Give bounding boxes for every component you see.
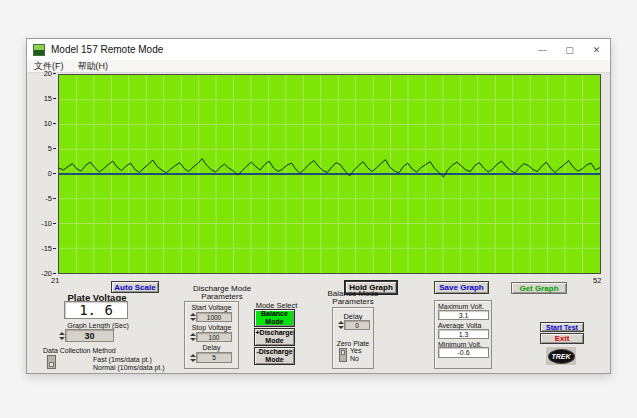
zero-plate-no-label: No — [350, 355, 359, 362]
neg-discharge-line2: Mode — [265, 356, 283, 364]
balance-delay-control[interactable]: 0 — [337, 320, 370, 330]
balance-mode-line2: Mode — [265, 318, 283, 326]
data-collection-fast-label: Fast (1ms/data pt.) — [93, 356, 152, 363]
graph-length-spinner[interactable] — [58, 329, 65, 342]
exit-button[interactable]: Exit — [540, 333, 584, 344]
negative-discharge-mode-button[interactable]: -Discharge Mode — [254, 347, 295, 365]
average-voltage-value: 1.3 — [438, 329, 489, 339]
y-tick-label: 15 — [44, 95, 56, 103]
discharge-params-group: Start Voltage 1000 Stop Voltage 100 Dela… — [184, 301, 239, 369]
minimum-volt-value: -0.6 — [438, 347, 489, 358]
maximize-icon[interactable]: ▢ — [556, 39, 583, 60]
y-tick-label: -5 — [45, 195, 56, 203]
close-icon[interactable]: ✕ — [583, 39, 610, 60]
stop-voltage-spinner[interactable] — [189, 332, 196, 342]
menu-help[interactable]: 帮助(H) — [71, 60, 116, 73]
plot-svg — [59, 75, 600, 273]
start-voltage-spinner[interactable] — [189, 312, 196, 322]
zero-plate-yes-label: Yes — [350, 347, 361, 354]
plate-voltage-value: 1. 6 — [64, 301, 128, 319]
save-graph-button[interactable]: Save Graph — [434, 281, 489, 294]
title-bar: Model 157 Remote Mode — ▢ ✕ — [27, 39, 610, 60]
stop-voltage-label: Stop Voltage — [185, 324, 238, 331]
menu-bar: 文件(F) 帮助(H) — [27, 60, 610, 73]
data-collection-label: Data Collection Method — [43, 347, 116, 354]
positive-discharge-mode-button[interactable]: +Discharge Mode — [254, 328, 295, 346]
balance-params-group: Delay 0 Zero Plate Yes No — [332, 307, 374, 369]
start-test-button[interactable]: Start Test — [540, 322, 584, 332]
discharge-delay-label: Delay — [185, 344, 238, 351]
balance-title-2: Parameters — [322, 297, 384, 306]
pos-discharge-line2: Mode — [265, 337, 283, 345]
y-tick-label: 5 — [48, 145, 56, 153]
start-voltage-value[interactable]: 1000 — [196, 312, 232, 322]
stop-voltage-control[interactable]: 100 — [189, 332, 232, 342]
graph-length-value[interactable]: 30 — [65, 329, 114, 342]
start-voltage-control[interactable]: 1000 — [189, 312, 232, 322]
y-tick-label: -15 — [41, 245, 56, 253]
y-tick-label: 0 — [48, 170, 56, 178]
app-icon — [33, 44, 45, 56]
trek-logo-text: TREK — [548, 349, 575, 364]
stop-voltage-value[interactable]: 100 — [196, 332, 232, 342]
trek-logo: TREK — [546, 347, 576, 365]
average-voltage-label: Average Volta — [438, 322, 481, 329]
start-voltage-label: Start Voltage — [185, 304, 238, 311]
y-tick-label: 20 — [44, 70, 56, 78]
discharge-delay-value[interactable]: 5 — [196, 352, 232, 363]
x-tick-min: 21 — [51, 276, 59, 285]
graph-length-label: Graph Length (Sec) — [63, 322, 133, 329]
maximum-volt-value: 3.1 — [438, 310, 489, 320]
voltage-strip-chart — [58, 74, 601, 274]
window-controls: — ▢ ✕ — [529, 39, 610, 60]
get-graph-button[interactable]: Get Graph — [511, 282, 567, 294]
zero-plate-label: Zero Plate — [333, 340, 373, 347]
window-title: Model 157 Remote Mode — [51, 44, 163, 55]
maximum-volt-label: Maximum Volt. — [438, 303, 484, 310]
balance-mode-line1: Balance — [261, 310, 288, 318]
toggle-knob — [341, 350, 345, 355]
discharge-delay-control[interactable]: 5 — [189, 352, 232, 363]
voltage-stats-group: Maximum Volt. 3.1 Average Volta 1.3 Mini… — [434, 300, 492, 369]
toggle-knob — [49, 362, 54, 367]
graph-length-control[interactable]: 30 — [58, 329, 114, 342]
discharge-delay-spinner[interactable] — [189, 352, 196, 363]
data-collection-normal-label: Normal (10ms/data pt.) — [93, 364, 165, 371]
balance-delay-value[interactable]: 0 — [344, 320, 370, 330]
balance-delay-spinner[interactable] — [337, 320, 344, 330]
y-tick-label: 10 — [44, 120, 56, 128]
zero-plate-toggle[interactable] — [339, 348, 347, 362]
y-tick-label: -10 — [41, 220, 56, 228]
neg-discharge-line1: -Discharge — [256, 348, 292, 356]
pos-discharge-line1: +Discharge — [256, 329, 294, 337]
data-collection-toggle[interactable] — [47, 355, 56, 369]
discharge-title-2: Parameters — [177, 292, 267, 301]
app-window: Model 157 Remote Mode — ▢ ✕ 文件(F) 帮助(H) … — [26, 38, 611, 374]
minimize-icon[interactable]: — — [529, 39, 556, 60]
balance-mode-button[interactable]: Balance Mode — [254, 309, 295, 327]
x-tick-max: 52 — [593, 276, 601, 285]
y-axis-labels: 20151050-5-10-15-20 — [31, 74, 56, 274]
